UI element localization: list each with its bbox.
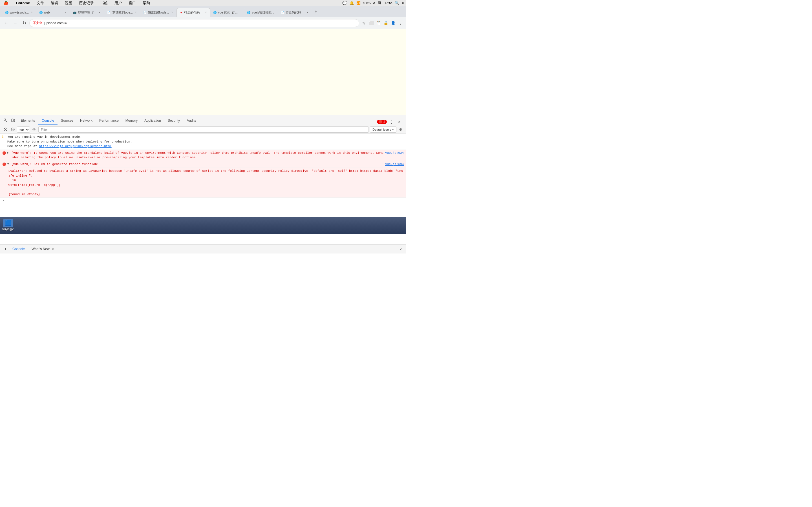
app-name[interactable]: Chrome — [15, 1, 31, 5]
menu-help[interactable]: 帮助 — [142, 1, 151, 6]
tab-network[interactable]: Network — [77, 117, 96, 125]
url-bar[interactable]: 不安全 | jssoda.com/#/ — [29, 19, 359, 27]
tab1-title: www.jssoda... — [10, 11, 29, 14]
clear-console-icon[interactable] — [2, 126, 8, 133]
drawer-close-button[interactable]: × — [398, 246, 404, 252]
cast-icon[interactable]: ⬜ — [368, 20, 374, 26]
page-content — [0, 29, 406, 115]
tab5-favicon: 📄 — [143, 10, 147, 14]
tab-chapter4-2[interactable]: 📄 [第四章]Node... × — [140, 8, 177, 17]
menubar-siri-icon[interactable]: ≡ — [402, 1, 404, 5]
menu-profiles[interactable]: 用户 — [113, 1, 123, 6]
devtools-right-actions: 🔴 2 ⋮ × — [377, 118, 405, 125]
tab-vuejs-performance[interactable]: 🌐 vuejs项目性能... — [244, 8, 278, 17]
tab-running-code-2[interactable]: 📄 行走的代码 × — [278, 8, 312, 17]
drawer-menu-icon[interactable]: ⋮ — [2, 246, 8, 252]
eye-icon[interactable]: 👁 — [31, 126, 37, 133]
tab-application[interactable]: Application — [141, 117, 164, 125]
tab8-favicon: 🌐 — [247, 10, 251, 14]
settings-icon[interactable]: ⚙ — [398, 126, 404, 133]
menubar-search-icon[interactable]: 🔍 — [395, 1, 399, 5]
profile-icon[interactable]: 👤 — [390, 20, 396, 26]
tab-www-jssoda[interactable]: 🌐 www.jssoda... × — [2, 8, 36, 17]
tab2-close[interactable]: × — [64, 10, 68, 14]
expand-triangle-2[interactable]: ▼ — [7, 163, 10, 166]
tab8-title: vuejs项目性能... — [252, 10, 275, 15]
menu-history[interactable]: 历史记录 — [78, 1, 95, 6]
tab-bilibili[interactable]: 📺 哔哩哔哩（' × — [70, 8, 104, 17]
menu-edit[interactable]: 编辑 — [50, 1, 59, 6]
menubar-battery: 100% — [363, 1, 371, 5]
tab-audits[interactable]: Audits — [183, 117, 199, 125]
tab-web[interactable]: 🌐 web × — [36, 8, 70, 17]
tab9-title: 行走的代码 — [286, 10, 304, 15]
menu-window[interactable]: 窗口 — [128, 1, 137, 6]
default-levels-button[interactable]: Default levels ▾ — [370, 126, 396, 133]
console-csp-warn-text: [Vue warn]: It seems you are using the s… — [11, 151, 384, 160]
menubar-wechat-icon[interactable]: 💬 — [342, 1, 347, 5]
tab-elements[interactable]: Elements — [17, 117, 38, 125]
expand-triangle-1[interactable]: ▶ — [7, 151, 10, 155]
filter-input[interactable] — [38, 126, 369, 133]
security-indicator: 不安全 — [33, 21, 42, 25]
apple-menu[interactable]: 🍎 — [2, 1, 9, 5]
tab-performance[interactable]: Performance — [96, 117, 122, 125]
new-tab-button[interactable]: + — [312, 8, 320, 16]
inspect-element-icon[interactable] — [2, 117, 9, 124]
extension-icon-1[interactable]: 📋 — [375, 20, 382, 26]
menubar-notification-icon[interactable]: 🔔 — [349, 1, 354, 5]
console-vue-dev-text: You are running Vue in development mode.… — [7, 135, 404, 149]
device-toolbar-icon[interactable] — [10, 117, 16, 124]
tab3-favicon: 📺 — [73, 10, 77, 14]
menubar-wifi-icon[interactable]: 📶 — [356, 1, 361, 5]
devtools-toolbar-icons — [1, 116, 17, 125]
tab6-close[interactable]: × — [204, 10, 208, 14]
chrome-menu-icon[interactable]: ⋮ — [397, 20, 404, 26]
tab-running-code-active[interactable]: ● 行走的代码 × — [176, 8, 210, 17]
tab4-title: [第四章]Node... — [112, 10, 133, 15]
refresh-button[interactable]: ↻ — [20, 19, 28, 27]
context-select[interactable]: top — [17, 126, 30, 133]
url-separator: | — [44, 21, 45, 25]
tab-chapter4-1[interactable]: 📄 [第四章]Node... × — [104, 8, 140, 17]
drawer-tab-console[interactable]: Console — [10, 245, 28, 253]
forward-button[interactable]: → — [11, 19, 19, 27]
devtools-close-icon[interactable]: × — [396, 118, 403, 125]
tab-memory[interactable]: Memory — [122, 117, 141, 125]
console-source-1[interactable]: vue.js:634 — [385, 151, 404, 156]
console-input[interactable] — [5, 199, 404, 203]
menubar-ime[interactable]: A — [373, 1, 375, 5]
error-icon-2: 🔴 — [2, 162, 6, 167]
tab-sources[interactable]: Sources — [57, 117, 77, 125]
drawer-whats-new-close[interactable]: × — [51, 247, 55, 251]
address-bar-actions: ☆ ⬜ 📋 🔒 👤 ⋮ — [360, 20, 404, 26]
error-badge[interactable]: 🔴 2 — [377, 120, 387, 124]
console-toolbar: top 👁 Default levels ▾ ⚙ — [0, 125, 406, 134]
devtools-more-icon[interactable]: ⋮ — [388, 118, 395, 125]
back-button[interactable]: ← — [2, 19, 10, 27]
bookmark-star-icon[interactable]: ☆ — [360, 20, 367, 26]
console-eval-error-text: EvalError: Refused to evaluate a string … — [8, 169, 404, 196]
tab1-close[interactable]: × — [30, 10, 34, 14]
tab-vue-optimize[interactable]: 🌐 vue 优化_百... — [210, 8, 244, 17]
desktop-folder-item[interactable]: 🟦 wuyingjie — [2, 219, 14, 231]
tab-security[interactable]: Security — [164, 117, 183, 125]
console-message-render-error: 🔴 ▼ [Vue warn]: Failed to generate rende… — [0, 161, 406, 168]
tab6-title: 行走的代码 — [184, 10, 203, 15]
menu-bookmarks[interactable]: 书签 — [99, 1, 109, 6]
vue-deployment-link[interactable]: https://vuejs.org/guide/deployment.html — [39, 145, 111, 148]
preserve-log-icon[interactable] — [10, 126, 16, 133]
console-source-2[interactable]: vue.js:634 — [385, 162, 404, 167]
extension-icon-2[interactable]: 🔒 — [382, 20, 389, 26]
console-prompt[interactable]: › — [0, 198, 406, 204]
menu-file[interactable]: 文件 — [36, 1, 45, 6]
tab4-close[interactable]: × — [134, 10, 138, 14]
tab3-close[interactable]: × — [98, 10, 101, 14]
menu-view[interactable]: 视图 — [64, 1, 73, 6]
tab-bar: 🌐 www.jssoda... × 🌐 web × 📺 哔哩哔哩（' × 📄 [… — [0, 6, 406, 17]
tab5-close[interactable]: × — [170, 10, 174, 14]
desktop-folder-label: wuyingjie — [2, 228, 14, 231]
drawer-tab-whats-new[interactable]: What's New × — [29, 245, 58, 253]
tab-console[interactable]: Console — [38, 117, 57, 125]
tab9-close[interactable]: × — [305, 10, 309, 14]
